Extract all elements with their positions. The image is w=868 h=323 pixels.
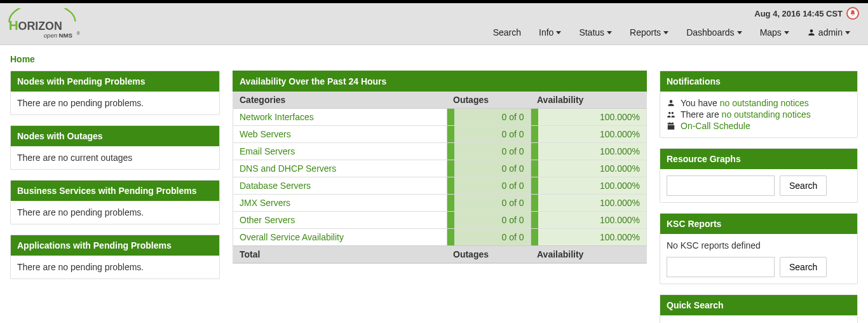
svg-text:H: H — [9, 18, 18, 32]
category-link[interactable]: Network Interfaces — [240, 112, 314, 122]
resource-graphs-input[interactable] — [667, 175, 775, 196]
status-indicator — [531, 109, 538, 126]
panel-notifications: Notifications You have no outstanding no… — [660, 71, 858, 138]
panel-quick-search: Quick Search Node ID: Search — [660, 294, 858, 323]
availability-cell: 100.000% — [538, 109, 646, 126]
right-column: Notifications You have no outstanding no… — [660, 71, 858, 323]
footer-total: Total — [233, 246, 447, 263]
availability-cell: 100.000% — [538, 212, 646, 229]
status-indicator — [531, 143, 538, 160]
outage-cell: 0 of 0 — [454, 126, 531, 143]
link-no-notices-you[interactable]: no outstanding notices — [720, 98, 809, 108]
main-nav: Search Info Status Reports Dashboards Ma… — [484, 20, 859, 45]
availability-cell: 100.000% — [538, 160, 646, 177]
left-column: Nodes with Pending Problems There are no… — [10, 71, 220, 323]
chevron-down-icon — [607, 31, 612, 34]
panel-title: Business Services with Pending Problems — [11, 181, 219, 201]
status-indicator — [447, 212, 454, 229]
table-row: Other Servers0 of 0100.000% — [233, 212, 646, 229]
link-oncall[interactable]: On-Call Schedule — [681, 121, 750, 131]
nav-dashboards[interactable]: Dashboards — [677, 20, 751, 45]
ksc-search-button[interactable]: Search — [780, 257, 827, 277]
status-indicator — [447, 177, 454, 195]
topbar: H ORIZON open NMS ® Aug 4, 2016 14:45 CS… — [0, 3, 868, 45]
status-indicator — [531, 177, 538, 195]
nav-info[interactable]: Info — [530, 20, 570, 45]
availability-cell: 100.000% — [538, 177, 646, 195]
footer-outages: Outages — [447, 246, 531, 263]
outage-cell: 0 of 0 — [454, 195, 531, 212]
ksc-input[interactable] — [667, 257, 775, 277]
availability-table: Categories Outages Availability Network … — [233, 92, 646, 263]
panel-title: Applications with Pending Problems — [11, 235, 219, 256]
status-indicator — [447, 160, 454, 177]
bell-icon — [849, 10, 857, 17]
panel-title: KSC Reports — [660, 214, 857, 234]
category-link[interactable]: Overall Service Availability — [240, 232, 344, 242]
status-indicator — [447, 143, 454, 160]
breadcrumb-home[interactable]: Home — [10, 54, 35, 64]
logo: H ORIZON open NMS ® — [6, 8, 102, 43]
table-row-overall: Overall Service Availability 0 of 0 100.… — [233, 229, 646, 246]
category-link[interactable]: JMX Servers — [240, 198, 290, 208]
panel-title: Nodes with Outages — [11, 126, 219, 146]
nav-search[interactable]: Search — [484, 20, 530, 45]
table-row: DNS and DHCP Servers0 of 0100.000% — [233, 160, 646, 177]
table-row: Web Servers0 of 0100.000% — [233, 126, 646, 143]
status-indicator — [531, 195, 538, 212]
notif-line-oncall: On-Call Schedule — [667, 121, 851, 131]
availability-cell: 100.000% — [538, 195, 646, 212]
status-indicator — [447, 109, 454, 126]
category-link[interactable]: Other Servers — [240, 215, 295, 225]
svg-text:NMS: NMS — [58, 32, 72, 39]
availability-cell: 100.000% — [538, 126, 646, 143]
col-categories: Categories — [233, 92, 447, 109]
col-outages: Outages — [447, 92, 531, 109]
availability-cell: 100.000% — [538, 229, 646, 246]
nav-status[interactable]: Status — [570, 20, 621, 45]
status-indicator — [447, 126, 454, 143]
category-link[interactable]: DNS and DHCP Servers — [240, 163, 336, 174]
chevron-down-icon — [784, 31, 789, 34]
resource-graphs-search-button[interactable]: Search — [780, 175, 827, 196]
calendar-icon — [667, 121, 675, 130]
table-row: JMX Servers0 of 0100.000% — [233, 195, 646, 212]
panel-body-text: There are no pending problems. — [11, 256, 219, 278]
category-link[interactable]: Web Servers — [240, 129, 291, 139]
ksc-none-text: No KSC reports defined — [667, 240, 851, 251]
nav-user[interactable]: admin — [798, 20, 859, 45]
outage-cell: 0 of 0 — [454, 109, 531, 126]
svg-text:open: open — [44, 32, 57, 39]
panel-pending-bs: Business Services with Pending Problems … — [10, 180, 220, 224]
table-row: Database Servers0 of 0100.000% — [233, 177, 646, 195]
notif-line-you: You have no outstanding notices — [667, 98, 851, 108]
panel-availability: Availability Over the Past 24 Hours Cate… — [233, 71, 647, 264]
outage-cell: 0 of 0 — [454, 229, 531, 246]
panel-resource-graphs: Resource Graphs Search — [660, 148, 858, 203]
col-availability: Availability — [531, 92, 646, 109]
availability-cell: 100.000% — [538, 143, 646, 160]
table-row: Email Servers0 of 0100.000% — [233, 143, 646, 160]
panel-title: Notifications — [660, 71, 857, 92]
svg-text:ORIZON: ORIZON — [18, 20, 62, 32]
footer-availability: Availability — [531, 246, 646, 263]
table-row: Network Interfaces0 of 0100.000% — [233, 109, 646, 126]
link-no-notices-all[interactable]: no outstanding notices — [722, 109, 811, 120]
panel-title: Availability Over the Past 24 Hours — [233, 71, 647, 92]
nav-maps[interactable]: Maps — [751, 20, 798, 45]
category-link[interactable]: Email Servers — [240, 146, 295, 156]
panel-body-text: There are no pending problems. — [11, 201, 219, 224]
alarm-bell-badge[interactable] — [846, 7, 859, 20]
panel-pending-apps: Applications with Pending Problems There… — [10, 235, 220, 279]
users-icon — [667, 110, 675, 119]
status-indicator — [447, 229, 454, 246]
category-link[interactable]: Database Servers — [240, 181, 311, 191]
panel-pending-nodes: Nodes with Pending Problems There are no… — [10, 71, 220, 115]
center-column: Availability Over the Past 24 Hours Cate… — [233, 71, 647, 323]
panel-title: Quick Search — [660, 295, 857, 315]
panel-title: Resource Graphs — [660, 149, 857, 169]
outage-cell: 0 of 0 — [454, 212, 531, 229]
panel-nodes-outages: Nodes with Outages There are no current … — [10, 125, 220, 170]
nav-reports[interactable]: Reports — [621, 20, 677, 45]
chevron-down-icon — [556, 31, 561, 34]
